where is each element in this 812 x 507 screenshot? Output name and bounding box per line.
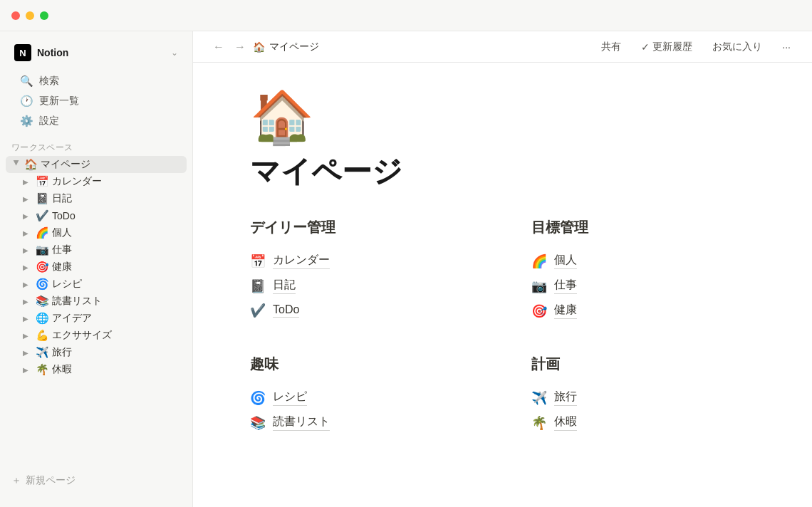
expand-arrow-diary: ▶ bbox=[23, 195, 33, 203]
forward-button[interactable]: → bbox=[231, 38, 249, 56]
expand-arrow-calendar: ▶ bbox=[23, 178, 33, 186]
close-button[interactable] bbox=[11, 11, 20, 20]
sidebar-item-recipe[interactable]: ▶ 🌀 レシピ bbox=[6, 276, 187, 293]
recipe-label: レシピ bbox=[52, 278, 181, 291]
breadcrumb-page-icon: 🏠 bbox=[253, 41, 265, 53]
mypage-label: マイページ bbox=[41, 158, 181, 171]
topbar-actions: 共有 ✓ 更新履歴 お気に入り ··· bbox=[597, 38, 795, 56]
personal-emoji: 🌈 bbox=[36, 226, 49, 239]
sidebar-item-work[interactable]: ▶ 📷 仕事 bbox=[6, 241, 187, 258]
sidebar-item-health[interactable]: ▶ 🎯 健康 bbox=[6, 258, 187, 276]
diary-link-text: 日記 bbox=[273, 278, 296, 294]
diary-emoji: 📓 bbox=[36, 192, 49, 205]
reading-link-emoji: 📚 bbox=[250, 415, 266, 431]
link-health[interactable]: 🎯 健康 bbox=[531, 301, 756, 320]
sidebar-item-calendar[interactable]: ▶ 📅 カレンダー bbox=[6, 173, 187, 190]
work-label: 仕事 bbox=[52, 244, 181, 256]
section-plans: 計画 ✈️ 旅行 🌴 休暇 bbox=[531, 355, 756, 432]
link-calendar[interactable]: 📅 カレンダー bbox=[250, 251, 474, 271]
sidebar-item-personal[interactable]: ▶ 🌈 個人 bbox=[6, 224, 187, 241]
sidebar-item-travel[interactable]: ▶ ✈️ 旅行 bbox=[6, 344, 187, 361]
sidebar-item-reading[interactable]: ▶ 📚 読書リスト bbox=[6, 293, 187, 310]
share-button[interactable]: 共有 bbox=[597, 38, 625, 56]
sidebar-item-idea[interactable]: ▶ 🌐 アイデア bbox=[6, 310, 187, 327]
link-reading[interactable]: 📚 読書リスト bbox=[250, 413, 474, 432]
reading-label: 読書リスト bbox=[52, 295, 181, 308]
expand-arrow-todo: ▶ bbox=[23, 212, 33, 220]
link-personal[interactable]: 🌈 個人 bbox=[531, 251, 756, 271]
expand-arrow-recipe: ▶ bbox=[23, 281, 33, 288]
share-label: 共有 bbox=[601, 41, 621, 53]
travel-label: 旅行 bbox=[52, 346, 181, 359]
personal-link-text: 個人 bbox=[554, 253, 577, 269]
diary-link-emoji: 📓 bbox=[250, 278, 266, 294]
new-page-button[interactable]: ＋ 新規ページ bbox=[11, 471, 181, 490]
section-hobbies-title: 趣味 bbox=[250, 355, 474, 377]
breadcrumb: ← → 🏠 マイページ bbox=[210, 38, 319, 56]
health-emoji: 🎯 bbox=[36, 261, 49, 273]
workspace-header[interactable]: N Notion ⌄ bbox=[9, 40, 184, 66]
section-hobbies-items: 🌀 レシピ 📚 読書リスト bbox=[250, 388, 474, 432]
maximize-button[interactable] bbox=[40, 11, 48, 20]
work-link-text: 仕事 bbox=[554, 278, 577, 294]
vacation-link-text: 休暇 bbox=[554, 414, 577, 431]
work-emoji: 📷 bbox=[36, 244, 49, 256]
recipe-link-text: レシピ bbox=[273, 390, 307, 406]
plus-icon: ＋ bbox=[11, 474, 21, 487]
idea-label: アイデア bbox=[52, 312, 181, 325]
work-link-emoji: 📷 bbox=[531, 278, 547, 294]
link-recipe[interactable]: 🌀 レシピ bbox=[250, 388, 474, 407]
history-check-icon: ✓ bbox=[641, 41, 650, 53]
sidebar-item-mypage[interactable]: ▶ 🏠 マイページ bbox=[6, 156, 187, 173]
back-button[interactable]: ← bbox=[210, 38, 227, 56]
calendar-emoji: 📅 bbox=[36, 175, 49, 188]
more-button[interactable]: ··· bbox=[778, 38, 795, 56]
health-label: 健康 bbox=[52, 261, 181, 273]
link-diary[interactable]: 📓 日記 bbox=[250, 276, 474, 296]
history-button[interactable]: ✓ 更新履歴 bbox=[637, 38, 697, 56]
sidebar-top: N Notion ⌄ 🔍 検索 🕐 更新一覧 ⚙️ 設定 bbox=[0, 31, 192, 137]
expand-arrow-work: ▶ bbox=[23, 246, 33, 254]
search-icon: 🔍 bbox=[20, 75, 33, 88]
main-content: ← → 🏠 マイページ 共有 ✓ 更新履歴 お気に入り ··· bbox=[193, 31, 812, 507]
favorite-button[interactable]: お気に入り bbox=[708, 38, 766, 56]
link-todo[interactable]: ✔️ ToDo bbox=[250, 301, 474, 320]
minimize-button[interactable] bbox=[26, 11, 34, 20]
sidebar-item-diary[interactable]: ▶ 📓 日記 bbox=[6, 190, 187, 207]
link-travel[interactable]: ✈️ 旅行 bbox=[531, 388, 756, 407]
section-goals-items: 🌈 個人 📷 仕事 🎯 健康 bbox=[531, 251, 756, 320]
app: N Notion ⌄ 🔍 検索 🕐 更新一覧 ⚙️ 設定 ワークスペース bbox=[0, 31, 812, 507]
sidebar-item-search[interactable]: 🔍 検索 bbox=[14, 71, 178, 91]
section-plans-title: 計画 bbox=[531, 355, 756, 377]
new-page-label: 新規ページ bbox=[26, 474, 76, 487]
reading-link-text: 読書リスト bbox=[273, 414, 330, 431]
settings-label: 設定 bbox=[39, 115, 59, 127]
breadcrumb-page-title: マイページ bbox=[269, 41, 319, 53]
reading-emoji: 📚 bbox=[36, 295, 49, 308]
sidebar-item-settings[interactable]: ⚙️ 設定 bbox=[14, 111, 178, 131]
more-icon: ··· bbox=[782, 41, 791, 53]
exercise-label: エクササイズ bbox=[52, 329, 181, 342]
exercise-emoji: 💪 bbox=[36, 329, 49, 342]
recipe-emoji: 🌀 bbox=[36, 278, 49, 291]
expand-arrow-exercise: ▶ bbox=[23, 332, 33, 340]
sidebar-item-exercise[interactable]: ▶ 💪 エクササイズ bbox=[6, 327, 187, 344]
sidebar-item-updates[interactable]: 🕐 更新一覧 bbox=[14, 91, 178, 111]
favorite-label: お気に入り bbox=[712, 41, 762, 53]
notion-icon: N bbox=[14, 44, 31, 61]
sidebar-item-vacation[interactable]: ▶ 🌴 休暇 bbox=[6, 361, 187, 378]
expand-arrow-vacation: ▶ bbox=[23, 366, 33, 374]
recipe-link-emoji: 🌀 bbox=[250, 390, 266, 406]
link-vacation[interactable]: 🌴 休暇 bbox=[531, 413, 756, 432]
expand-arrow-health: ▶ bbox=[23, 263, 33, 271]
gear-icon: ⚙️ bbox=[20, 115, 33, 127]
page-title: マイページ bbox=[250, 154, 755, 189]
vacation-emoji: 🌴 bbox=[36, 363, 49, 376]
sections-grid: デイリー管理 📅 カレンダー 📓 日記 ✔️ ToDo bbox=[250, 218, 755, 432]
clock-icon: 🕐 bbox=[20, 95, 33, 108]
workspace-chevron-icon: ⌄ bbox=[171, 48, 178, 58]
calendar-link-emoji: 📅 bbox=[250, 254, 266, 269]
topbar: ← → 🏠 マイページ 共有 ✓ 更新履歴 お気に入り ··· bbox=[193, 31, 812, 63]
sidebar-item-todo[interactable]: ▶ ✔️ ToDo bbox=[6, 207, 187, 224]
link-work[interactable]: 📷 仕事 bbox=[531, 276, 756, 296]
